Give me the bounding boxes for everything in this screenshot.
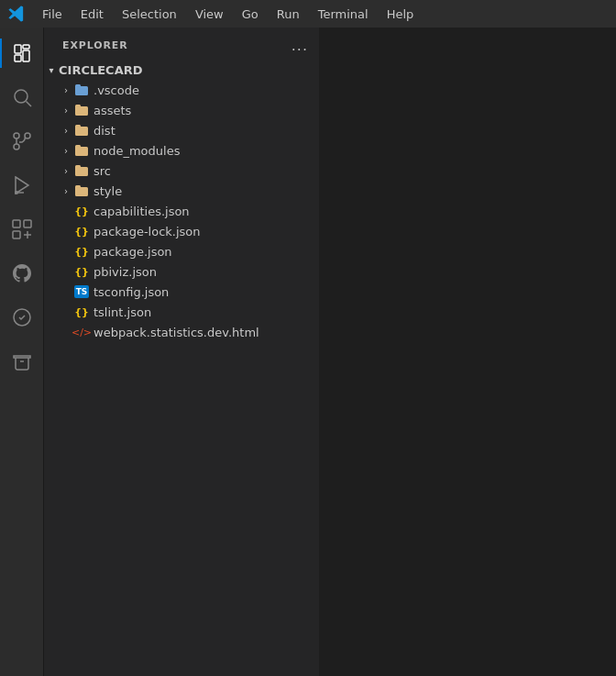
folder-arrow-icon: › <box>59 166 73 176</box>
svg-rect-1 <box>15 55 21 61</box>
json-file-icon: {} <box>73 306 90 318</box>
tree-item-assets[interactable]: › assets <box>44 100 319 120</box>
svg-rect-3 <box>23 50 29 61</box>
ts-file-icon: TS <box>73 285 90 298</box>
svg-point-4 <box>15 90 28 103</box>
item-label: tsconfig.json <box>94 285 319 299</box>
explorer-title: EXPLORER <box>62 39 128 51</box>
svg-point-7 <box>14 133 19 139</box>
json-file-icon: {} <box>73 205 90 217</box>
tree-item-tslint[interactable]: › {} tslint.json <box>44 302 319 322</box>
svg-rect-12 <box>13 220 20 227</box>
root-arrow-icon: ▾ <box>44 65 59 75</box>
menu-selection[interactable]: Selection <box>115 6 184 23</box>
tree-item-dist[interactable]: › dist <box>44 120 319 140</box>
folder-icon <box>73 103 90 117</box>
item-label: style <box>94 184 319 198</box>
item-label: node_modules <box>94 144 319 158</box>
json-file-icon: {} <box>73 226 90 238</box>
tree-item-src[interactable]: › src <box>44 161 319 181</box>
json-file-icon: {} <box>73 246 90 258</box>
tree-item-vscode[interactable]: › .vscode <box>44 80 319 100</box>
tree-item-webpack[interactable]: › </> webpack.statistics.dev.html <box>44 322 319 342</box>
folder-arrow-icon: › <box>59 105 73 116</box>
sidebar: EXPLORER ... ▾ CIRCLECARD › .vscode <box>44 28 319 676</box>
folder-arrow-icon: › <box>59 85 73 95</box>
item-label: assets <box>94 104 319 117</box>
tree-item-pbiviz[interactable]: › {} pbiviz.json <box>44 261 319 282</box>
sidebar-header: EXPLORER ... <box>44 28 319 60</box>
item-label: pbiviz.json <box>94 265 319 279</box>
folder-arrow-icon: › <box>59 126 73 136</box>
activity-extensions[interactable] <box>0 207 44 251</box>
item-label: dist <box>94 124 319 138</box>
svg-rect-0 <box>15 45 21 53</box>
item-label: package-lock.json <box>94 225 319 238</box>
activity-bar <box>0 28 44 676</box>
file-tree: ▾ CIRCLECARD › .vscode › <box>44 60 319 676</box>
folder-arrow-icon: › <box>59 146 73 156</box>
menu-terminal[interactable]: Terminal <box>311 6 376 23</box>
activity-source-control[interactable] <box>0 119 44 163</box>
activity-explorer[interactable] <box>0 31 44 75</box>
activity-archive[interactable] <box>0 339 44 383</box>
item-label: src <box>94 164 319 178</box>
svg-rect-14 <box>13 231 20 238</box>
svg-marker-9 <box>16 177 28 194</box>
tree-item-capabilities[interactable]: › {} capabilities.json <box>44 201 319 221</box>
root-label: CIRCLECARD <box>59 63 319 77</box>
tree-item-style[interactable]: › style <box>44 181 319 201</box>
activity-run[interactable] <box>0 163 44 207</box>
item-label: webpack.statistics.dev.html <box>94 326 319 339</box>
folder-icon <box>73 83 90 97</box>
tree-item-package[interactable]: › {} package.json <box>44 241 319 261</box>
editor-area <box>319 28 616 676</box>
tree-root-circlecard[interactable]: ▾ CIRCLECARD <box>44 60 319 80</box>
tree-item-package-lock[interactable]: › {} package-lock.json <box>44 221 319 241</box>
menu-file[interactable]: File <box>35 6 70 23</box>
sidebar-more-button[interactable]: ... <box>292 37 308 54</box>
folder-icon <box>73 143 90 158</box>
activity-todo[interactable] <box>0 295 44 339</box>
svg-point-6 <box>14 144 19 150</box>
svg-rect-13 <box>24 220 31 227</box>
menu-help[interactable]: Help <box>380 6 422 23</box>
item-label: tslint.json <box>94 305 319 319</box>
folder-arrow-icon: › <box>59 186 73 196</box>
item-label: .vscode <box>94 83 319 97</box>
item-label: capabilities.json <box>94 205 319 218</box>
html-file-icon: </> <box>73 327 90 338</box>
vscode-logo-icon <box>7 5 26 23</box>
menu-edit[interactable]: Edit <box>73 6 111 23</box>
json-file-icon: {} <box>73 266 90 278</box>
main-area: EXPLORER ... ▾ CIRCLECARD › .vscode <box>0 28 616 676</box>
item-label: package.json <box>94 245 319 259</box>
menu-bar: File Edit Selection View Go Run Terminal… <box>0 0 616 28</box>
activity-search[interactable] <box>0 75 44 119</box>
folder-icon <box>73 183 90 198</box>
svg-line-5 <box>26 102 31 107</box>
menu-go[interactable]: Go <box>235 6 266 23</box>
folder-icon <box>73 163 90 178</box>
tree-item-tsconfig[interactable]: › TS tsconfig.json <box>44 282 319 302</box>
menu-view[interactable]: View <box>188 6 231 23</box>
tree-item-node-modules[interactable]: › node_modules <box>44 140 319 161</box>
menu-run[interactable]: Run <box>270 6 307 23</box>
folder-icon <box>73 123 90 138</box>
activity-github[interactable] <box>0 251 44 295</box>
svg-rect-2 <box>23 45 29 49</box>
